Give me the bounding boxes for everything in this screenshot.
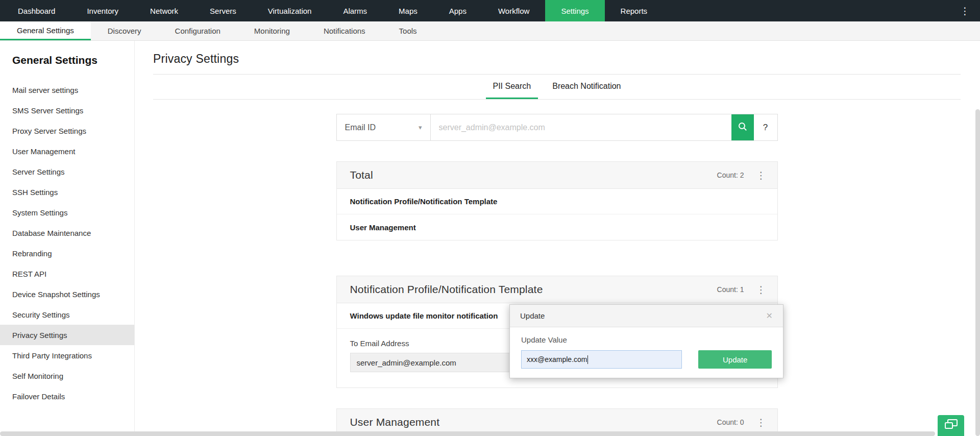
sidebar-item-privacy-settings[interactable]: Privacy Settings	[0, 325, 134, 345]
count-badge: Count: 2	[717, 171, 744, 179]
sidebar-item-server-settings[interactable]: Server Settings	[0, 161, 134, 182]
sidebar-item-database-maintenance[interactable]: Database Maintenance	[0, 223, 134, 243]
sidebar-item-sms-server-settings[interactable]: SMS Server Settings	[0, 100, 134, 120]
horizontal-scrollbar[interactable]	[0, 431, 935, 436]
sub-nav-item-configuration[interactable]: Configuration	[158, 21, 237, 40]
privacy-tabs: PII Search Breach Notification	[153, 75, 961, 100]
update-popup-title: Update	[520, 311, 545, 320]
kebab-menu-icon[interactable]: ⋮	[752, 418, 770, 427]
top-nav-item-network[interactable]: Network	[134, 0, 194, 21]
search-input[interactable]	[431, 114, 731, 140]
update-popup-body: Update Value xxx@example.com Update	[510, 327, 783, 378]
overflow-menu-icon[interactable]: ⋮	[950, 0, 980, 21]
update-popup-header: Update ✕	[510, 305, 783, 327]
card-title: User Management	[350, 416, 717, 428]
top-nav-item-virtualization[interactable]: Virtualization	[252, 0, 328, 21]
update-value-text: xxx@example.com	[527, 355, 587, 364]
card-title: Total	[350, 169, 717, 181]
sidebar-title: General Settings	[12, 54, 134, 66]
update-value-input[interactable]: xxx@example.com	[521, 350, 682, 369]
close-icon[interactable]: ✕	[766, 311, 773, 321]
chevron-down-icon: ▾	[419, 124, 422, 131]
update-form-row: xxx@example.com Update	[521, 350, 772, 369]
count-badge: Count: 1	[717, 285, 744, 294]
count-badge: Count: 0	[717, 418, 744, 426]
update-value-label: Update Value	[521, 335, 772, 344]
top-nav-item-apps[interactable]: Apps	[433, 0, 482, 21]
sub-nav-item-monitoring[interactable]: Monitoring	[237, 21, 307, 40]
sub-nav-item-tools[interactable]: Tools	[382, 21, 434, 40]
card-header: Notification Profile/Notification Templa…	[336, 276, 778, 303]
sidebar-item-system-settings[interactable]: System Settings	[0, 202, 134, 223]
sidebar-item-rest-api[interactable]: REST API	[0, 263, 134, 284]
sidebar-item-rebranding[interactable]: Rebranding	[0, 243, 134, 263]
content-area: General Settings Mail server settings SM…	[0, 41, 980, 436]
sidebar-item-device-snapshot-settings[interactable]: Device Snapshot Settings	[0, 284, 134, 304]
sidebar-item-ssh-settings[interactable]: SSH Settings	[0, 182, 134, 202]
kebab-menu-icon[interactable]: ⋮	[752, 171, 770, 180]
card-title: Notification Profile/Notification Templa…	[350, 283, 717, 296]
kebab-menu-icon[interactable]: ⋮	[752, 285, 770, 295]
sub-nav-item-notifications[interactable]: Notifications	[307, 21, 382, 40]
sidebar-item-third-party-integrations[interactable]: Third Party Integrations	[0, 345, 134, 366]
result-row-user-management[interactable]: User Management	[337, 214, 777, 240]
sidebar-item-self-monitoring[interactable]: Self Monitoring	[0, 366, 134, 386]
pii-search-bar: Email ID ▾ ?	[336, 114, 778, 141]
help-button[interactable]: ?	[754, 114, 777, 140]
top-nav-item-maps[interactable]: Maps	[383, 0, 433, 21]
search-category-dropdown[interactable]: Email ID ▾	[337, 114, 431, 140]
top-nav-item-settings[interactable]: Settings	[545, 0, 604, 21]
update-popup: Update ✕ Update Value xxx@example.com Up…	[509, 304, 783, 378]
top-nav-item-inventory[interactable]: Inventory	[71, 0, 134, 21]
card-header: Total Count: 2 ⋮	[336, 161, 778, 189]
card-total: Total Count: 2 ⋮ Notification Profile/No…	[336, 161, 778, 240]
tab-breach-notification[interactable]: Breach Notification	[545, 75, 628, 99]
tab-pii-search[interactable]: PII Search	[486, 75, 538, 99]
top-nav-item-alarms[interactable]: Alarms	[327, 0, 383, 21]
card-body: Notification Profile/Notification Templa…	[336, 189, 778, 240]
sidebar-item-security-settings[interactable]: Security Settings	[0, 304, 134, 325]
top-nav-item-dashboard[interactable]: Dashboard	[2, 0, 71, 21]
text-cursor	[587, 355, 588, 364]
sub-nav-item-general-settings[interactable]: General Settings	[0, 21, 91, 40]
search-icon	[738, 122, 747, 133]
top-nav-item-workflow[interactable]: Workflow	[482, 0, 545, 21]
console-windows-icon	[944, 419, 958, 432]
sub-nav-item-discovery[interactable]: Discovery	[91, 21, 158, 40]
sidebar-list: Mail server settings SMS Server Settings…	[0, 80, 134, 406]
search-category-value: Email ID	[345, 123, 376, 132]
top-nav: Dashboard Inventory Network Servers Virt…	[0, 0, 980, 21]
page-title: Privacy Settings	[153, 52, 961, 66]
vertical-scrollbar[interactable]	[975, 109, 980, 436]
result-row-notification-profile[interactable]: Notification Profile/Notification Templa…	[337, 189, 777, 214]
sidebar-item-mail-server-settings[interactable]: Mail server settings	[0, 80, 134, 100]
console-fab-button[interactable]	[938, 415, 964, 436]
update-button[interactable]: Update	[698, 350, 772, 369]
top-nav-item-servers[interactable]: Servers	[194, 0, 252, 21]
settings-sidebar: General Settings Mail server settings SM…	[0, 41, 135, 436]
search-button[interactable]	[731, 114, 754, 140]
sidebar-item-user-management[interactable]: User Management	[0, 141, 134, 161]
settings-sub-nav: General Settings Discovery Configuration…	[0, 21, 980, 41]
sidebar-item-proxy-server-settings[interactable]: Proxy Server Settings	[0, 120, 134, 141]
top-nav-item-reports[interactable]: Reports	[605, 0, 664, 21]
sidebar-item-failover-details[interactable]: Failover Details	[0, 386, 134, 406]
